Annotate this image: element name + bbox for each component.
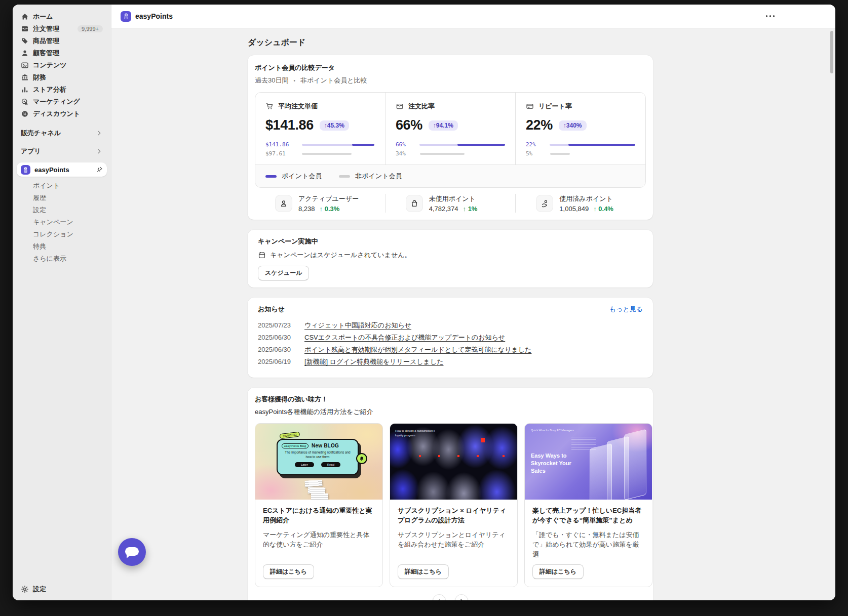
bell-icon bbox=[356, 453, 367, 464]
chevron-right-icon bbox=[96, 130, 103, 137]
announcement-row: 2025/06/30 CSVエクスポートの不具合修正および機能アップデートのお知… bbox=[258, 333, 643, 345]
sidebar-item-orders[interactable]: 注文管理 9,999+ bbox=[17, 23, 107, 35]
metric-value: $141.86 bbox=[265, 117, 314, 133]
stat-unused-points: 未使用ポイント 4,782,374↑ 1% bbox=[385, 194, 516, 213]
details-button[interactable]: 詳細はこちら bbox=[263, 564, 314, 579]
chat-bubble-icon bbox=[125, 547, 139, 556]
sidebar-item-customers[interactable]: 顧客管理 bbox=[17, 47, 107, 59]
sidebar-subitem-rewards[interactable]: 特典 bbox=[17, 240, 107, 253]
metric-label: リピート率 bbox=[538, 102, 572, 111]
announcement-link[interactable]: [新機能] ログイン特典機能をリリースしました bbox=[304, 357, 444, 366]
blog-card-title: 楽して売上アップ！忙しいEC担当者が今すぐできる“簡単施策”まとめ bbox=[532, 506, 644, 525]
user-icon bbox=[275, 195, 292, 212]
app-title: easyPoints bbox=[135, 12, 173, 20]
announcement-date: 2025/06/19 bbox=[258, 358, 290, 365]
package-icon bbox=[396, 102, 404, 110]
chat-widget-button[interactable] bbox=[118, 538, 146, 566]
metric-delta-badge: ↑45.3% bbox=[320, 120, 349, 131]
art-kicker: Quick Wins for Busy EC Managers bbox=[531, 429, 574, 432]
sidebar-item-label: 財務 bbox=[33, 73, 46, 82]
sidebar-item-label: コンテンツ bbox=[33, 61, 67, 70]
announcement-date: 2025/06/30 bbox=[258, 346, 290, 353]
sidebar-item-label: 注文管理 bbox=[33, 24, 59, 33]
stat-value: 4,782,374 bbox=[429, 205, 458, 213]
announcement-date: 2025/07/23 bbox=[258, 321, 290, 329]
scrollbar-thumb[interactable] bbox=[830, 31, 833, 73]
blog-card[interactable]: Quick Wins for Busy EC Managers Easy Way… bbox=[524, 423, 652, 587]
announcement-link[interactable]: ポイント残高と有効期限が個別メタフィールドとして定義可能になりました bbox=[304, 345, 531, 354]
art-read-button: Read bbox=[321, 462, 340, 467]
art-body: The importance of marketing notification… bbox=[282, 450, 354, 460]
chevron-left-icon bbox=[436, 598, 442, 600]
details-button[interactable]: 詳細はこちら bbox=[398, 564, 449, 579]
carousel-pager bbox=[255, 587, 646, 600]
art-date-chip: 2025/07/22 bbox=[280, 432, 300, 439]
sidebar-item-analytics[interactable]: ストア分析 bbox=[17, 84, 107, 96]
non-member-bar bbox=[420, 153, 465, 155]
art-later-button: Later bbox=[295, 462, 314, 467]
sidebar-subitem-show-more[interactable]: さらに表示 bbox=[17, 253, 107, 265]
sidebar-item-label: ホーム bbox=[33, 12, 53, 21]
cart-icon bbox=[265, 102, 274, 110]
dot-separator: • bbox=[293, 78, 295, 84]
sidebar-item-label: マーケティング bbox=[33, 97, 80, 106]
app-topbar: easyPoints bbox=[111, 5, 835, 28]
blog-card-title: ECストアにおける通知の重要性と実用例紹介 bbox=[263, 506, 375, 525]
sidebar-subitem-collections[interactable]: コレクション bbox=[17, 228, 107, 240]
art-chip: easyPoints Blog bbox=[282, 443, 309, 448]
member-legend-swatch bbox=[265, 175, 277, 178]
easypoints-logo-icon bbox=[21, 165, 30, 175]
non-member-bar-label: $97.61 bbox=[265, 150, 297, 157]
sidebar-item-settings[interactable]: 設定 bbox=[17, 583, 107, 595]
bar-chart-icon bbox=[21, 86, 29, 94]
sidebar-item-easypoints[interactable]: easyPoints bbox=[17, 162, 107, 177]
prev-page-button[interactable] bbox=[433, 594, 446, 600]
sidebar-section-apps[interactable]: アプリ bbox=[17, 145, 107, 157]
sidebar-subitem-campaigns[interactable]: キャンペーン bbox=[17, 216, 107, 228]
sidebar-item-products[interactable]: 商品管理 bbox=[17, 35, 107, 47]
announcement-link[interactable]: ウィジェット中国語対応のお知らせ bbox=[304, 321, 411, 330]
blog-card-description: マーケティング通知の重要性と具体的な使い方をご紹介 bbox=[263, 530, 375, 560]
next-page-button[interactable] bbox=[455, 594, 468, 600]
main-area: ダッシュボード ポイント会員の比較データ 過去30日間 • 非ポイント会員と比較 bbox=[111, 28, 835, 600]
blog-card[interactable]: 2025/07/22 easyPoints Blog New BLOG The … bbox=[255, 423, 383, 587]
sidebar-subitem-settings[interactable]: 設定 bbox=[17, 204, 107, 216]
page-title: ダッシュボード bbox=[248, 37, 653, 48]
sidebar-item-marketing[interactable]: マーケティング bbox=[17, 96, 107, 108]
gear-icon bbox=[21, 585, 29, 593]
member-bar bbox=[302, 144, 374, 146]
sidebar-item-label: easyPoints bbox=[34, 166, 69, 174]
sidebar-section-sales-channels[interactable]: 販売チャネル bbox=[17, 127, 107, 139]
sidebar-subitem-history[interactable]: 履歴 bbox=[17, 192, 107, 204]
announcement-link[interactable]: CSVエクスポートの不具合修正および機能アップデートのお知らせ bbox=[304, 333, 505, 342]
non-member-bar bbox=[302, 153, 352, 155]
see-more-link[interactable]: もっと見る bbox=[609, 305, 643, 314]
announcements-card: お知らせ もっと見る 2025/07/23 ウィジェット中国語対応のお知らせ 2… bbox=[248, 298, 653, 378]
member-legend-label: ポイント会員 bbox=[282, 172, 322, 181]
sidebar-item-home[interactable]: ホーム bbox=[17, 11, 107, 23]
bag-icon bbox=[406, 195, 423, 212]
blog-card[interactable]: How to design a subscription x loyalty p… bbox=[390, 423, 518, 587]
details-button[interactable]: 詳細はこちら bbox=[532, 564, 584, 579]
metrics-box: 平均注文単価 $141.86 ↑45.3% $141.86 $97.61 bbox=[255, 92, 646, 188]
orders-count-badge: 9,999+ bbox=[78, 25, 103, 32]
metric-delta-badge: ↑340% bbox=[559, 120, 587, 131]
pin-icon[interactable] bbox=[96, 166, 103, 173]
comparison-period: 過去30日間 bbox=[255, 76, 288, 85]
app-window: ホーム 注文管理 9,999+ 商品管理 顧客管理 コンテンツ 財務 bbox=[13, 5, 835, 600]
campaign-empty-message: キャンペーンはスケジュールされていません。 bbox=[270, 251, 411, 260]
schedule-button[interactable]: スケジュール bbox=[258, 266, 309, 280]
campaign-title: キャンペーン実施中 bbox=[258, 237, 643, 246]
sidebar-item-discounts[interactable]: ディスカウント bbox=[17, 108, 107, 120]
sidebar-item-finance[interactable]: 財務 bbox=[17, 71, 107, 84]
bank-icon bbox=[21, 73, 29, 81]
non-member-legend-swatch bbox=[339, 175, 350, 178]
home-icon bbox=[21, 13, 29, 21]
sidebar-item-content[interactable]: コンテンツ bbox=[17, 59, 107, 71]
sidebar-item-label: 顧客管理 bbox=[33, 49, 59, 58]
overflow-menu-button[interactable] bbox=[763, 12, 778, 20]
easypoints-submenu: ポイント 履歴 設定 キャンペーン コレクション 特典 さらに表示 bbox=[17, 180, 107, 265]
chevron-right-icon bbox=[96, 148, 103, 155]
metric-repeat-rate: リピート率 22% ↑340% 22% 5% bbox=[515, 93, 645, 165]
sidebar-subitem-points[interactable]: ポイント bbox=[17, 180, 107, 192]
